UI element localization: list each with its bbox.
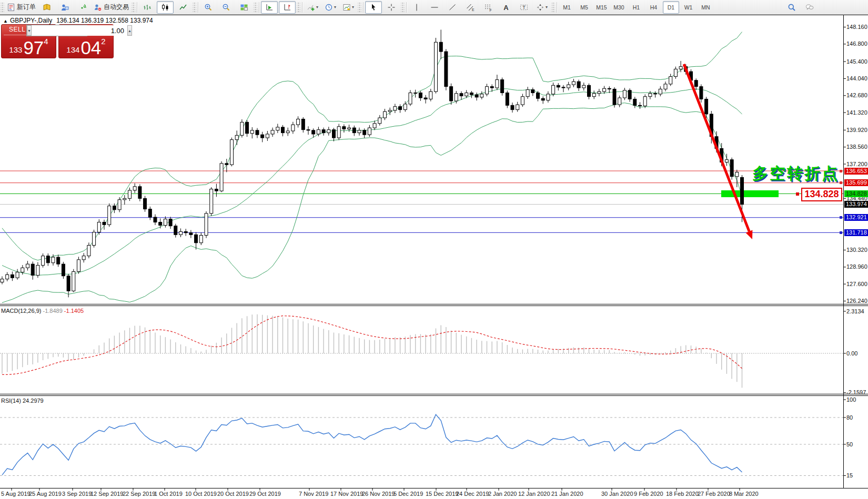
robot-icon (94, 3, 102, 12)
timeframe-tf-m15-button[interactable]: M15 (593, 1, 610, 14)
chart-ohlc-values: 136.134 136.319 132.558 133.974 (56, 17, 153, 24)
volume-box: ▼ ▲ (26, 25, 87, 36)
toolbar-line-chart-mode-button[interactable] (175, 1, 191, 14)
toolbar-bar-chart-mode-button[interactable] (139, 1, 156, 14)
timeframe-tf-d1-button[interactable]: D1 (663, 1, 679, 14)
arrows-icon (536, 3, 544, 12)
line-handle[interactable] (840, 216, 842, 219)
toolbar: 新订单自动交易▾▾▾EFAT▾M1M5M15M30H1H4D1W1MN (0, 0, 868, 15)
toolbar-zoom-in-button[interactable] (200, 1, 217, 14)
timeframe-tf-m1-button[interactable]: M1 (559, 1, 575, 14)
rsi-indicator-label: RSI(14) 24.2979 (1, 398, 44, 404)
date-axis-label: 7 Nov 2019 (299, 491, 328, 497)
toolbar-grip (132, 3, 135, 12)
toolbar-zoom-out-button[interactable] (218, 1, 235, 14)
toolbar-grip (358, 3, 361, 12)
price-axis-tick-label: 142.680 (846, 92, 868, 99)
button-label: H1 (633, 4, 640, 11)
toolbar-chart-shift-button[interactable] (279, 1, 296, 14)
toolbar-strategy-tester-button[interactable] (56, 1, 73, 14)
svg-text:F: F (490, 8, 492, 12)
chevron-down-icon[interactable]: ▾ (316, 5, 318, 9)
date-axis-label: 18 Feb 2020 (666, 491, 699, 497)
toolbar-fibonacci-button[interactable]: F (480, 1, 497, 14)
turning-point-annotation: 多空转折点 (752, 163, 839, 185)
linechart-icon (179, 3, 187, 12)
date-axis-label: 3 Sep 2019 (62, 491, 92, 497)
chart-title: ▲GBPJPY-,Daily136.134 136.319 132.558 13… (3, 17, 153, 24)
toolbar-separator (198, 2, 198, 13)
volume-decrease-button[interactable]: ▼ (27, 25, 32, 36)
toolbar-separator (557, 2, 557, 13)
button-label: M15 (596, 4, 607, 11)
line-handle[interactable] (840, 181, 842, 184)
date-axis-label: 25 Aug 2019 (29, 491, 62, 497)
toolbar-signals-button[interactable] (74, 1, 91, 14)
button-label: M1 (563, 4, 571, 11)
toolbar-auto-scroll-button[interactable] (261, 1, 278, 14)
price-callout-box[interactable]: 134.828 (801, 188, 842, 201)
timeframe-tf-h1-button[interactable]: H1 (628, 1, 644, 14)
person-icon (60, 3, 69, 12)
oct-collapse-arrow[interactable]: ▲ (3, 18, 8, 24)
toolbar-separator (363, 2, 364, 13)
price-marker-label: 136.653 (844, 168, 868, 175)
toolbar-candlestick-mode-button[interactable] (157, 1, 174, 14)
chart-symbol-period: GBPJPY-,Daily (10, 17, 52, 24)
timeframe-tf-mn-button[interactable]: MN (698, 1, 714, 14)
trendline-icon (448, 3, 457, 12)
toolbar-auto-trading-button[interactable]: 自动交易 (92, 1, 130, 14)
mt4-window: 新订单自动交易▾▾▾EFAT▾M1M5M15M30H1H4D1W1MN ▲GBP… (0, 0, 868, 499)
date-axis-label: 12 Sep 2019 (90, 491, 123, 497)
timeframe-tf-m5-button[interactable]: M5 (576, 1, 592, 14)
candles-icon (161, 3, 169, 12)
zoom-out-icon (222, 3, 230, 12)
toolbar-horizontal-line-button[interactable] (426, 1, 443, 14)
date-axis-label: 24 Dec 2019 (456, 491, 489, 497)
toolbar-equidistant-channel-button[interactable]: E (462, 1, 479, 14)
indicator-plus-icon (307, 3, 315, 12)
price-marker-label: 133.974 (844, 201, 868, 208)
toolbar-trendline-button[interactable] (444, 1, 461, 14)
toolbar-text-label-button[interactable]: T (516, 1, 532, 14)
volume-input[interactable] (32, 25, 127, 36)
volume-increase-button[interactable]: ▲ (127, 25, 132, 36)
price-marker-label: 135.699 (844, 179, 868, 186)
toolbar-crosshair-button[interactable] (383, 1, 400, 14)
chevron-down-icon[interactable]: ▾ (352, 5, 354, 9)
timeframe-tf-m30-button[interactable]: M30 (611, 1, 627, 14)
price-axis-tick-label: 126.240 (846, 298, 868, 304)
toolbar-vertical-line-button[interactable] (408, 1, 425, 14)
toolbar-search-button[interactable] (783, 1, 800, 14)
timeframe-tf-h4-button[interactable]: H4 (645, 1, 662, 14)
toolbar-tile-windows-button[interactable] (236, 1, 253, 14)
toolbar-text-button[interactable]: A (498, 1, 514, 14)
toolbar-periods-button[interactable]: ▾ (322, 1, 339, 14)
macd-axis-tick-label: 2.3134 (846, 308, 868, 315)
date-axis-label: 27 Feb 2020 (698, 491, 730, 497)
chart-canvas[interactable] (0, 0, 868, 499)
chat-icon (805, 3, 814, 12)
toolbar-cursor-button[interactable] (365, 1, 382, 14)
button-label: 自动交易 (104, 3, 129, 12)
line-handle[interactable] (840, 170, 842, 172)
chevron-down-icon[interactable]: ▾ (334, 5, 336, 9)
line-handle[interactable] (840, 231, 842, 234)
price-marker-label: 134.828 (844, 190, 868, 197)
toolbar-templates-button[interactable]: ▾ (340, 1, 357, 14)
toolbar-arrow-objects-button[interactable]: ▾ (533, 1, 550, 14)
date-axis-label: 8 Mar 2020 (729, 491, 759, 497)
callout-anchor-handle[interactable] (796, 192, 799, 196)
toolbar-chat-button[interactable] (801, 1, 818, 14)
toolbar-new-order-button[interactable]: 新订单 (5, 1, 37, 14)
price-marker-label: 131.718 (844, 229, 868, 236)
toolbar-history-center-button[interactable] (38, 1, 55, 14)
clock-icon (325, 3, 333, 12)
svg-text:A: A (503, 3, 509, 11)
button-label: M5 (580, 4, 588, 11)
chevron-down-icon[interactable]: ▾ (546, 5, 548, 9)
crosshair-icon (387, 3, 396, 12)
timeframe-tf-w1-button[interactable]: W1 (680, 1, 697, 14)
toolbar-indicators-button[interactable]: ▾ (304, 1, 321, 14)
date-axis-label: 1 Oct 2019 (154, 491, 183, 497)
